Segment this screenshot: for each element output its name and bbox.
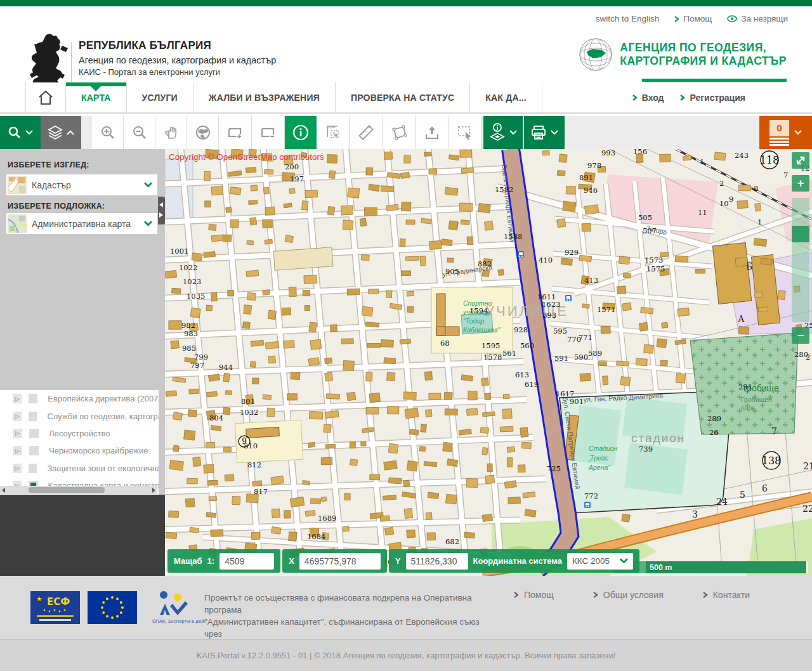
agency-title: Агенция по геодезия, картография и кадас… — [79, 55, 276, 65]
accessibility-link[interactable]: За незрящи — [727, 14, 788, 23]
sidebar-horizontal-scrollbar[interactable] — [0, 486, 157, 494]
import-button[interactable] — [416, 116, 449, 149]
sidebar-collapse-handle[interactable] — [158, 197, 165, 225]
parcel-number: 901 — [570, 397, 584, 406]
switch-language-link[interactable]: switch to English — [596, 14, 660, 23]
rectangle-plus-icon — [227, 125, 244, 140]
footer-link-2[interactable]: Контакти — [703, 590, 750, 600]
zoom-out-map-button[interactable]: − — [792, 327, 809, 344]
identify-button[interactable] — [285, 116, 317, 149]
crs-dropdown[interactable]: ККС 2005 — [567, 553, 633, 570]
zoom-box-out-button[interactable] — [252, 116, 285, 149]
nav-item-3[interactable]: ПРОВЕРКА НА СТАТУС — [336, 82, 470, 112]
pan-button[interactable] — [155, 116, 187, 149]
help-link[interactable]: Помощ — [674, 14, 712, 23]
nav-item-1[interactable]: УСЛУГИ — [127, 82, 193, 112]
full-extent-button[interactable] — [792, 152, 809, 169]
zoom-in-button[interactable] — [92, 116, 124, 149]
map-viewport[interactable]: УЧИЛИЩЕСпортноучилище"ТодорКаблешков"ста… — [165, 149, 812, 576]
zoom-box-in-button[interactable] — [219, 116, 252, 149]
parcel-number: 725 — [547, 464, 561, 473]
expand-triangle-icon[interactable]: ▷ — [13, 412, 22, 421]
view-select-dropdown[interactable]: Кадастър — [6, 174, 157, 195]
help-label: Помощ — [683, 14, 712, 23]
home-icon — [37, 89, 54, 106]
basemap-select-label: ИЗБЕРЕТЕ ПОДЛОЖКА: — [8, 202, 105, 211]
parcel-number: 1595 — [481, 341, 500, 350]
opak-logo[interactable]: ОПАК. Експерти в действие — [145, 590, 206, 625]
nav-item-2[interactable]: ЖАЛБИ И ВЪЗРАЖЕНИЯ — [193, 82, 336, 112]
chevron-down-icon — [620, 558, 628, 564]
layers-tool-button[interactable] — [41, 116, 81, 149]
bus-stop-icon — [518, 251, 524, 257]
measure-plan-button[interactable] — [317, 116, 350, 149]
parcel-number: 589 — [588, 349, 602, 358]
y-coordinate-input[interactable] — [406, 553, 468, 570]
parcel-number: 197 — [290, 174, 304, 183]
y-label: Y — [395, 556, 401, 566]
nav-item-0[interactable]: КАРТА — [66, 82, 127, 112]
layer-checkbox[interactable] — [29, 394, 37, 403]
footer-link-1[interactable]: Общи условия — [593, 590, 664, 600]
overview-button[interactable] — [187, 116, 219, 149]
footer-link-0[interactable]: Помощ — [514, 590, 554, 600]
area-label: „Трейс — [588, 454, 609, 462]
chevron-down-icon — [25, 130, 33, 135]
expand-triangle-icon[interactable]: ▷ — [13, 429, 22, 438]
expand-triangle-icon[interactable]: ▷ — [13, 394, 22, 403]
layer-info-button[interactable] — [483, 116, 523, 149]
parcel-number: 978 — [587, 161, 601, 170]
expand-triangle-icon[interactable]: ▷ — [13, 446, 22, 455]
parcel-number: 2 — [719, 179, 724, 188]
scrollbar-thumb[interactable] — [29, 487, 105, 493]
parcel-number: 1575 — [646, 264, 665, 273]
parcel-number: 1623 — [542, 300, 560, 309]
parcel-number: 10 — [719, 199, 729, 208]
layer-checkbox[interactable] — [29, 446, 39, 455]
scroll-left-arrow-icon[interactable] — [2, 488, 5, 493]
parcel-number: 929 — [565, 248, 579, 257]
version-copyright-line: KAIS.Portal v.12.2.0.9551 - 01 | © 2018 … — [0, 640, 812, 671]
layer-checkbox[interactable] — [29, 429, 39, 438]
chevron-right-icon — [593, 592, 598, 598]
measure-distance-button[interactable] — [350, 116, 383, 149]
cart-button[interactable]: 0 — [759, 116, 812, 149]
layers-icon — [48, 125, 63, 140]
scroll-right-arrow-icon[interactable] — [152, 488, 155, 493]
print-button[interactable] — [524, 116, 565, 149]
select-button[interactable] — [449, 116, 481, 149]
parcel-number: 982 — [181, 321, 195, 330]
search-tool-button[interactable] — [0, 116, 41, 149]
x-coordinate-input[interactable] — [299, 553, 381, 570]
layer-checkbox[interactable] — [29, 412, 37, 421]
zoom-slider-track[interactable] — [792, 198, 809, 322]
parcel-number: 560 — [520, 341, 534, 350]
register-link[interactable]: Регистрация — [680, 93, 745, 103]
home-button[interactable] — [25, 82, 66, 112]
measure-area-button[interactable] — [383, 116, 416, 149]
login-link[interactable]: Вход — [632, 93, 664, 103]
zoom-slider-handle[interactable] — [792, 226, 809, 242]
republic-title: РЕПУБЛИКА БЪЛГАРИЯ — [79, 39, 276, 52]
layer-row-3: ▷Черноморско крайбрежие — [0, 442, 159, 459]
register-label: Регистрация — [690, 93, 745, 103]
login-label: Вход — [642, 93, 664, 103]
zoom-out-button[interactable] — [124, 116, 155, 149]
nav-item-4[interactable]: КАК ДА... — [470, 82, 542, 112]
zoom-in-map-button[interactable]: + — [792, 175, 809, 192]
scale-input[interactable] — [219, 553, 274, 570]
map-canvas[interactable]: УЧИЛИЩЕСпортноучилище"ТодорКаблешков"ста… — [165, 149, 812, 576]
portal-title: КАИС - Портал за електронни услуги — [79, 67, 276, 77]
basemap-select-dropdown[interactable]: Административна карта — [6, 213, 157, 234]
parcel-number: 905 — [445, 267, 459, 276]
parcel-number: 1571 — [597, 305, 615, 314]
layer-checkbox[interactable] — [29, 464, 37, 473]
cart-bar — [769, 138, 789, 140]
expand-triangle-icon[interactable]: ▷ — [13, 464, 22, 473]
eu-flag-logo[interactable] — [88, 591, 137, 624]
x-coordinate-segment: X — [282, 549, 387, 573]
esf-logo[interactable]: ЕСФ — [30, 591, 80, 624]
switch-language-label: switch to English — [596, 14, 660, 23]
parcel-number: 1582 — [495, 185, 513, 194]
parcel-number: 801 — [241, 397, 255, 406]
